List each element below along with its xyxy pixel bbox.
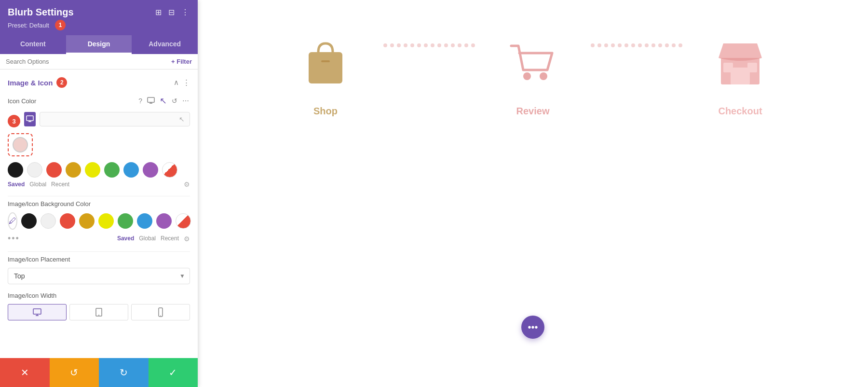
dot — [651, 43, 655, 47]
icon-color-cursor-btn[interactable]: ↖ — [159, 95, 168, 107]
icon-color-more-btn[interactable]: ⋯ — [181, 96, 190, 106]
svg-point-15 — [523, 72, 531, 80]
section-menu-btn[interactable]: ⋮ — [183, 78, 190, 87]
bg-swatch-green[interactable] — [118, 213, 133, 229]
svg-rect-20 — [747, 63, 757, 72]
review-icon — [509, 39, 557, 97]
icon-color-help-btn[interactable]: ? — [137, 96, 143, 106]
width-tablet-icon — [94, 307, 104, 317]
dot — [672, 43, 676, 47]
checkout-store-svg — [716, 39, 764, 87]
sidebar-content: Image & Icon 2 ∧ ⋮ Icon Color ? — [0, 69, 198, 358]
icon-color-desktop-btn[interactable] — [146, 96, 156, 107]
dot — [410, 43, 414, 47]
filter-label: + Filter — [171, 58, 192, 65]
width-tab-3[interactable] — [131, 304, 190, 320]
bg-color-label: Image/Icon Background Color — [8, 200, 190, 207]
color-picker-container: 3 ↖ — [8, 112, 190, 129]
section-controls: ∧ ⋮ — [174, 78, 190, 87]
svg-point-12 — [160, 315, 161, 316]
swatch-gold[interactable] — [66, 162, 81, 178]
bg-swatch-red[interactable] — [60, 213, 75, 229]
dot — [591, 43, 595, 47]
bg-color-eyedropper[interactable]: 🖊 — [8, 212, 17, 230]
expand-icon-btn[interactable]: ⊞ — [154, 7, 163, 18]
swatch-yellow[interactable] — [85, 162, 100, 178]
width-tab-1[interactable] — [8, 304, 67, 320]
dot — [458, 43, 461, 47]
dot — [397, 43, 401, 47]
bg-swatch-purple[interactable] — [156, 213, 172, 229]
redo-button[interactable]: ↻ — [99, 358, 149, 387]
svg-rect-6 — [33, 309, 41, 314]
more-swatches-icon: ••• — [8, 234, 20, 244]
dot — [611, 43, 615, 47]
swatch-settings-icon[interactable]: ⚙ — [184, 180, 190, 188]
swatch-tab-global[interactable]: Global — [29, 181, 46, 188]
bg-swatch-blue[interactable] — [137, 213, 152, 229]
checkout-label: Checkout — [718, 106, 762, 117]
swatch-black[interactable] — [8, 162, 23, 178]
dots-line-2 — [591, 43, 682, 47]
color-picker-right: ↖ — [24, 112, 190, 129]
shop-label: Shop — [313, 106, 338, 117]
svg-rect-13 — [309, 52, 342, 83]
more-options-icon-btn[interactable]: ⋮ — [180, 7, 190, 18]
tab-content[interactable]: Content — [0, 35, 66, 54]
bottom-bar: ✕ ↺ ↻ ✓ — [0, 358, 198, 387]
bg-swatch-tab-global[interactable]: Global — [139, 235, 156, 243]
placement-select-wrapper: Top Left Right Bottom ▼ — [8, 268, 190, 284]
svg-rect-14 — [321, 60, 330, 62]
dot — [624, 43, 628, 47]
bg-swatch-none[interactable] — [176, 213, 191, 229]
dot — [464, 43, 468, 47]
bg-swatch-yellow[interactable] — [98, 213, 114, 229]
swatch-blue[interactable] — [123, 162, 139, 178]
swatch-none[interactable] — [162, 162, 177, 178]
bg-swatch-gold[interactable] — [79, 213, 95, 229]
eyedropper-icon: 🖊 — [9, 217, 16, 225]
swatch-green[interactable] — [104, 162, 120, 178]
dot — [431, 43, 434, 47]
tab-design[interactable]: Design — [66, 35, 132, 54]
swatch-tab-saved[interactable]: Saved — [8, 181, 25, 188]
desktop-device-tab[interactable] — [24, 112, 36, 126]
section-title: Image & Icon 2 — [8, 77, 67, 88]
dot — [678, 43, 682, 47]
floating-dots-btn[interactable]: ••• — [521, 316, 544, 339]
columns-icon-btn[interactable]: ⊟ — [167, 7, 176, 18]
icon-color-reset-btn[interactable]: ↺ — [171, 96, 178, 106]
width-tab-2[interactable] — [69, 304, 128, 320]
color-input-box[interactable]: ↖ — [40, 112, 190, 126]
swatch-purple[interactable] — [143, 162, 158, 178]
reset-button[interactable]: ↺ — [50, 358, 99, 387]
bg-swatch-tabs: Saved Global Recent ⚙ — [117, 235, 190, 243]
bg-swatch-settings-icon[interactable]: ⚙ — [184, 235, 190, 243]
tab-advanced[interactable]: Advanced — [132, 35, 198, 54]
swatch-red[interactable] — [46, 162, 62, 178]
dot — [451, 43, 455, 47]
dot — [618, 43, 622, 47]
swatch-white[interactable] — [27, 162, 42, 178]
bg-swatch-white[interactable] — [41, 213, 56, 229]
width-mobile-icon — [156, 307, 165, 317]
bg-swatch-tab-recent[interactable]: Recent — [161, 235, 179, 243]
badge-1: 1 — [55, 20, 66, 30]
bg-color-section: Image/Icon Background Color 🖊 ••• Saved — [8, 200, 190, 244]
collapse-section-btn[interactable]: ∧ — [174, 78, 179, 87]
bg-swatch-tab-saved[interactable]: Saved — [117, 235, 134, 243]
svg-rect-0 — [148, 97, 154, 102]
swatch-tab-recent[interactable]: Recent — [51, 181, 69, 188]
desktop-tab-icon — [26, 115, 34, 123]
cancel-button[interactable]: ✕ — [0, 358, 50, 387]
placement-select[interactable]: Top Left Right Bottom — [8, 268, 190, 284]
search-input[interactable] — [6, 58, 171, 65]
badge-2: 2 — [56, 77, 67, 88]
blurb-row: Shop — [268, 29, 798, 126]
selected-color-swatch[interactable] — [13, 137, 28, 152]
dot — [665, 43, 669, 47]
filter-button[interactable]: + Filter — [171, 58, 192, 65]
svg-point-10 — [98, 315, 99, 316]
bg-swatch-black[interactable] — [21, 213, 37, 229]
save-button[interactable]: ✓ — [149, 358, 198, 387]
